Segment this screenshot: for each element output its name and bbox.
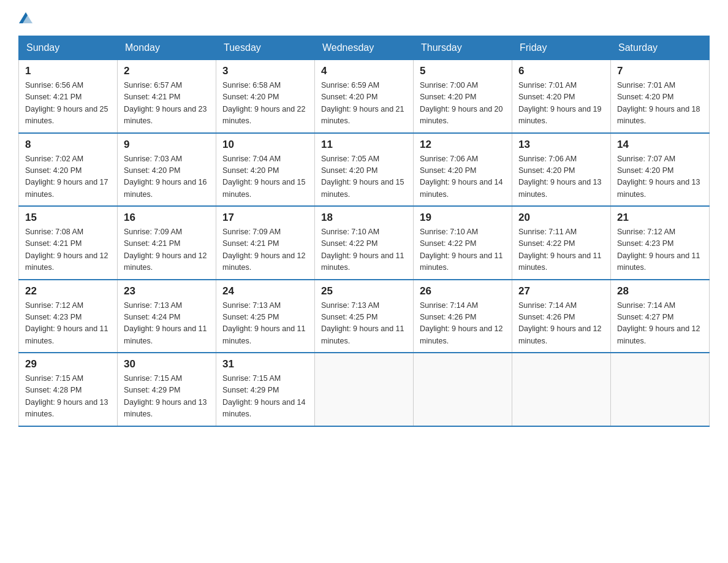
day-info: Sunrise: 7:01 AMSunset: 4:20 PMDaylight:… [518,80,604,128]
calendar-cell: 13Sunrise: 7:06 AMSunset: 4:20 PMDayligh… [512,133,611,207]
day-info: Sunrise: 7:04 AMSunset: 4:20 PMDaylight:… [222,153,308,201]
calendar-cell: 31Sunrise: 7:15 AMSunset: 4:29 PMDayligh… [216,353,315,426]
day-number: 20 [518,212,604,224]
day-number: 4 [321,65,407,77]
day-number: 1 [25,65,111,77]
day-info: Sunrise: 7:15 AMSunset: 4:29 PMDaylight:… [124,373,210,421]
weekday-header-wednesday: Wednesday [315,36,414,60]
weekday-header-tuesday: Tuesday [216,36,315,60]
logo [18,12,33,23]
day-number: 23 [124,285,210,297]
calendar-cell: 11Sunrise: 7:05 AMSunset: 4:20 PMDayligh… [315,133,414,207]
calendar-cell: 12Sunrise: 7:06 AMSunset: 4:20 PMDayligh… [414,133,512,207]
week-row-2: 8Sunrise: 7:02 AMSunset: 4:20 PMDaylight… [19,133,710,207]
calendar-cell: 2Sunrise: 6:57 AMSunset: 4:21 PMDaylight… [118,60,216,133]
calendar-cell: 15Sunrise: 7:08 AMSunset: 4:21 PMDayligh… [19,206,118,280]
day-number: 16 [124,212,210,224]
day-info: Sunrise: 7:06 AMSunset: 4:20 PMDaylight:… [420,153,506,201]
week-row-1: 1Sunrise: 6:56 AMSunset: 4:21 PMDaylight… [19,60,710,133]
day-number: 3 [222,65,308,77]
day-info: Sunrise: 7:15 AMSunset: 4:29 PMDaylight:… [222,373,308,421]
calendar-cell: 22Sunrise: 7:12 AMSunset: 4:23 PMDayligh… [19,280,118,353]
calendar-cell: 4Sunrise: 6:59 AMSunset: 4:20 PMDaylight… [315,60,414,133]
day-info: Sunrise: 6:56 AMSunset: 4:21 PMDaylight:… [25,80,111,128]
calendar-cell: 16Sunrise: 7:09 AMSunset: 4:21 PMDayligh… [118,206,216,280]
day-number: 19 [420,212,506,224]
day-info: Sunrise: 7:10 AMSunset: 4:22 PMDaylight:… [420,226,506,274]
week-row-5: 29Sunrise: 7:15 AMSunset: 4:28 PMDayligh… [19,353,710,426]
day-info: Sunrise: 7:12 AMSunset: 4:23 PMDaylight:… [617,226,703,274]
day-info: Sunrise: 7:13 AMSunset: 4:25 PMDaylight:… [222,300,308,348]
day-info: Sunrise: 6:57 AMSunset: 4:21 PMDaylight:… [124,80,210,128]
day-number: 28 [617,285,703,297]
day-info: Sunrise: 7:08 AMSunset: 4:21 PMDaylight:… [25,226,111,274]
day-number: 27 [518,285,604,297]
day-info: Sunrise: 7:14 AMSunset: 4:26 PMDaylight:… [518,300,604,348]
weekday-header-friday: Friday [512,36,611,60]
weekday-header-saturday: Saturday [611,36,710,60]
calendar-cell: 27Sunrise: 7:14 AMSunset: 4:26 PMDayligh… [512,280,611,353]
day-number: 7 [617,65,703,77]
calendar-cell: 24Sunrise: 7:13 AMSunset: 4:25 PMDayligh… [216,280,315,353]
day-info: Sunrise: 7:14 AMSunset: 4:26 PMDaylight:… [420,300,506,348]
day-number: 13 [518,139,604,151]
calendar-cell: 14Sunrise: 7:07 AMSunset: 4:20 PMDayligh… [611,133,710,207]
weekday-header-row: SundayMondayTuesdayWednesdayThursdayFrid… [19,36,710,60]
day-number: 24 [222,285,308,297]
weekday-header-thursday: Thursday [414,36,512,60]
day-number: 22 [25,285,111,297]
calendar-cell: 5Sunrise: 7:00 AMSunset: 4:20 PMDaylight… [414,60,512,133]
calendar-cell: 9Sunrise: 7:03 AMSunset: 4:20 PMDaylight… [118,133,216,207]
day-number: 9 [124,139,210,151]
day-number: 14 [617,139,703,151]
calendar-cell: 28Sunrise: 7:14 AMSunset: 4:27 PMDayligh… [611,280,710,353]
calendar-cell: 20Sunrise: 7:11 AMSunset: 4:22 PMDayligh… [512,206,611,280]
day-number: 15 [25,212,111,224]
day-number: 11 [321,139,407,151]
day-number: 8 [25,139,111,151]
day-info: Sunrise: 7:05 AMSunset: 4:20 PMDaylight:… [321,153,407,201]
calendar-cell: 1Sunrise: 6:56 AMSunset: 4:21 PMDaylight… [19,60,118,133]
day-number: 30 [124,358,210,370]
day-info: Sunrise: 7:09 AMSunset: 4:21 PMDaylight:… [222,226,308,274]
calendar-cell: 17Sunrise: 7:09 AMSunset: 4:21 PMDayligh… [216,206,315,280]
day-number: 17 [222,212,308,224]
calendar-cell: 18Sunrise: 7:10 AMSunset: 4:22 PMDayligh… [315,206,414,280]
day-number: 29 [25,358,111,370]
day-info: Sunrise: 7:01 AMSunset: 4:20 PMDaylight:… [617,80,703,128]
calendar-cell [611,353,710,426]
day-number: 5 [420,65,506,77]
day-info: Sunrise: 7:11 AMSunset: 4:22 PMDaylight:… [518,226,604,274]
calendar-cell [315,353,414,426]
day-info: Sunrise: 7:06 AMSunset: 4:20 PMDaylight:… [518,153,604,201]
day-number: 10 [222,139,308,151]
calendar-table: SundayMondayTuesdayWednesdayThursdayFrid… [18,36,710,427]
calendar-cell: 19Sunrise: 7:10 AMSunset: 4:22 PMDayligh… [414,206,512,280]
day-number: 31 [222,358,308,370]
day-number: 26 [420,285,506,297]
day-number: 21 [617,212,703,224]
day-info: Sunrise: 7:00 AMSunset: 4:20 PMDaylight:… [420,80,506,128]
day-info: Sunrise: 6:59 AMSunset: 4:20 PMDaylight:… [321,80,407,128]
calendar-cell: 7Sunrise: 7:01 AMSunset: 4:20 PMDaylight… [611,60,710,133]
logo-icon [19,12,32,23]
day-number: 6 [518,65,604,77]
calendar-cell: 21Sunrise: 7:12 AMSunset: 4:23 PMDayligh… [611,206,710,280]
calendar-cell: 26Sunrise: 7:14 AMSunset: 4:26 PMDayligh… [414,280,512,353]
day-info: Sunrise: 7:13 AMSunset: 4:25 PMDaylight:… [321,300,407,348]
calendar-cell: 6Sunrise: 7:01 AMSunset: 4:20 PMDaylight… [512,60,611,133]
day-number: 2 [124,65,210,77]
calendar-cell: 29Sunrise: 7:15 AMSunset: 4:28 PMDayligh… [19,353,118,426]
day-info: Sunrise: 7:09 AMSunset: 4:21 PMDaylight:… [124,226,210,274]
day-number: 25 [321,285,407,297]
page-header [18,12,710,23]
day-info: Sunrise: 7:07 AMSunset: 4:20 PMDaylight:… [617,153,703,201]
calendar-cell [512,353,611,426]
day-number: 12 [420,139,506,151]
week-row-4: 22Sunrise: 7:12 AMSunset: 4:23 PMDayligh… [19,280,710,353]
weekday-header-monday: Monday [118,36,216,60]
day-info: Sunrise: 6:58 AMSunset: 4:20 PMDaylight:… [222,80,308,128]
weekday-header-sunday: Sunday [19,36,118,60]
day-info: Sunrise: 7:10 AMSunset: 4:22 PMDaylight:… [321,226,407,274]
day-info: Sunrise: 7:15 AMSunset: 4:28 PMDaylight:… [25,373,111,421]
